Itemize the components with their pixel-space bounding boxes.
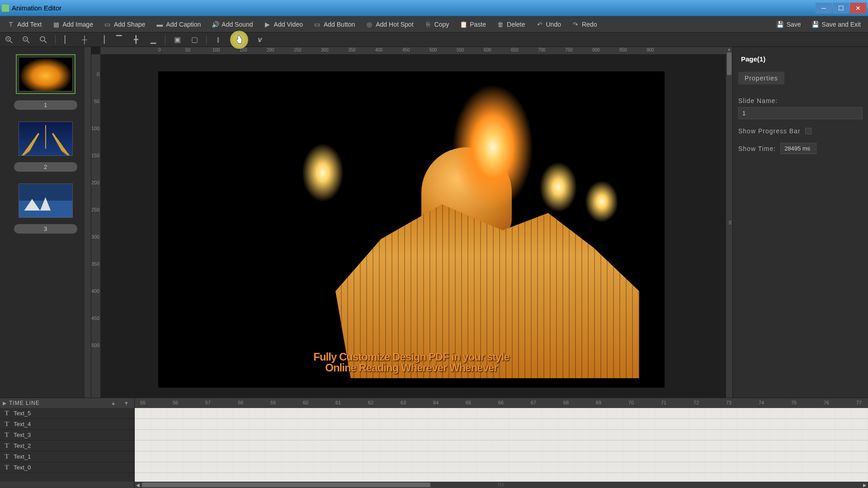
ruler-h-tick: 100 — [212, 47, 220, 52]
timeline-scroll-right[interactable]: ▶ — [862, 482, 868, 488]
timeline-tick: 58 — [238, 400, 243, 405]
panel-resize-handle[interactable] — [728, 216, 732, 229]
slide-item-1[interactable]: 1 — [0, 47, 91, 114]
track-name: Text_5 — [14, 410, 31, 417]
vimeo-button[interactable]: v — [255, 34, 265, 45]
timeline-tick: 62 — [368, 400, 373, 405]
timeline-down-button[interactable]: ▼ — [121, 400, 132, 406]
ruler-h-tick: 650 — [511, 47, 519, 52]
horizontal-ruler: 0501001502002503003504004505005506006507… — [100, 47, 726, 54]
align-bottom-button[interactable]: ▁ — [148, 34, 159, 45]
align-left-button[interactable]: ▏ — [62, 34, 73, 45]
add-button-button[interactable]: ▭Add Button — [309, 19, 359, 30]
track-label[interactable]: TText_1 — [0, 451, 134, 462]
slide-name-input[interactable] — [738, 107, 863, 119]
timeline-tick: 74 — [759, 400, 764, 405]
copy-button[interactable]: ⎘Copy — [420, 19, 454, 30]
redo-label: Redo — [582, 21, 597, 28]
timeline-scroll-left[interactable]: ◀ — [135, 482, 141, 488]
timeline-tick: 67 — [531, 400, 536, 405]
timeline-tracks[interactable] — [135, 408, 868, 482]
slide-panel-scrollbar[interactable] — [85, 47, 91, 398]
caption-icon: ▬ — [156, 21, 163, 28]
add-video-button[interactable]: ▶Add Video — [259, 19, 307, 30]
timeline-tick: 65 — [466, 400, 471, 405]
add-text-button[interactable]: TAdd Text — [3, 19, 46, 30]
ruler-v-tick: 450 — [91, 315, 99, 321]
highlighted-tool-button[interactable] — [230, 31, 248, 49]
show-time-value[interactable]: 28495 ms — [780, 143, 816, 154]
canvas-viewport[interactable]: Fully Customize Design PDF in your style… — [100, 54, 726, 398]
distribute-h-button[interactable]: ⫿ — [213, 34, 224, 45]
ruler-h-tick: 350 — [348, 47, 356, 52]
add-shape-button[interactable]: ▭Add Shape — [99, 19, 150, 30]
slide-item-3[interactable]: 3 — [0, 176, 91, 238]
timeline-track-row[interactable] — [135, 451, 868, 462]
add-image-button[interactable]: ▦Add Image — [48, 19, 98, 30]
send-backward-button[interactable]: ▢ — [189, 34, 200, 45]
bring-forward-button[interactable]: ▣ — [172, 34, 183, 45]
minimize-button[interactable]: ─ — [816, 3, 832, 14]
titlebar: Animation Editor ─ ☐ ✕ — [0, 0, 868, 16]
zoom-out-button[interactable] — [21, 34, 32, 45]
text-track-icon: T — [5, 464, 9, 471]
show-progress-checkbox[interactable] — [805, 128, 811, 134]
ruler-h-tick: 0 — [158, 47, 161, 52]
track-label[interactable]: TText_4 — [0, 419, 134, 430]
undo-icon: ↶ — [536, 21, 543, 28]
timeline-tick: 72 — [693, 400, 699, 405]
slide-name-label: Slide Name: — [738, 97, 863, 104]
close-button[interactable]: ✕ — [850, 3, 866, 14]
align-center-v-button[interactable]: ╋ — [131, 34, 142, 45]
timeline-track-row[interactable] — [135, 430, 868, 441]
slide-item-2[interactable]: 2 — [0, 114, 91, 176]
timeline-tick: 77 — [856, 400, 862, 405]
align-top-button[interactable]: ▔ — [113, 34, 124, 45]
slide-number: 1 — [14, 100, 77, 110]
delete-button[interactable]: 🗑Delete — [492, 19, 529, 30]
zoom-fit-icon — [40, 36, 47, 43]
maximize-button[interactable]: ☐ — [833, 3, 849, 14]
track-label[interactable]: TText_2 — [0, 441, 134, 451]
add-hotspot-button[interactable]: ◎Add Hot Spot — [361, 19, 418, 30]
add-caption-button[interactable]: ▬Add Caption — [151, 19, 205, 30]
slide-panel: 1 2 3 — [0, 47, 91, 398]
properties-tab[interactable]: Properties — [738, 72, 784, 84]
timeline-track-row[interactable] — [135, 419, 868, 430]
track-name: Text_2 — [14, 442, 31, 449]
timeline-horizontal-scrollbar[interactable]: ||| — [141, 482, 862, 488]
align-center-h-button[interactable]: ┼ — [79, 34, 90, 45]
ruler-v-tick: 150 — [91, 153, 99, 158]
track-name: Text_4 — [14, 421, 31, 427]
ruler-v-tick: 400 — [91, 288, 99, 294]
timeline-grip[interactable]: ||| — [498, 482, 504, 487]
paste-button[interactable]: 📋Paste — [455, 19, 491, 30]
zoom-fit-button[interactable] — [38, 34, 49, 45]
timeline-up-button[interactable]: ▲ — [108, 400, 118, 406]
text-track-icon: T — [5, 409, 9, 417]
svg-line-5 — [27, 41, 29, 43]
timeline-expand-toggle[interactable]: ▶ — [3, 400, 6, 406]
timeline-track-labels: TText_5TText_4TText_3TText_2TText_1TText… — [0, 408, 135, 482]
slide-number: 2 — [14, 162, 77, 172]
redo-button[interactable]: ↷Redo — [567, 19, 601, 30]
text-overlay[interactable]: Fully Customize Design PDF in your style… — [313, 351, 509, 374]
track-label[interactable]: TText_3 — [0, 430, 134, 441]
align-right-button[interactable]: ▕ — [96, 34, 107, 45]
zoom-in-button[interactable] — [4, 34, 14, 45]
ruler-h-tick: 550 — [457, 47, 464, 52]
timeline-track-row[interactable] — [135, 441, 868, 451]
add-sound-button[interactable]: 🔊Add Sound — [207, 19, 257, 30]
canvas-content[interactable]: Fully Customize Design PDF in your style… — [158, 71, 665, 388]
save-button[interactable]: 💾Save — [772, 19, 806, 30]
timeline-track-row[interactable] — [135, 408, 868, 419]
undo-button[interactable]: ↶Undo — [532, 19, 566, 30]
overlay-line-2: Online Reading Wherever Whenever — [313, 361, 509, 374]
timeline-tick: 71 — [661, 400, 666, 405]
vertical-ruler: 050100150200250300350400450500 — [91, 54, 100, 398]
track-label[interactable]: TText_0 — [0, 462, 134, 473]
timeline-track-row[interactable] — [135, 462, 868, 473]
track-label[interactable]: TText_5 — [0, 408, 134, 419]
save-exit-button[interactable]: 💾Save and Exit — [807, 19, 865, 30]
ruler-h-tick: 700 — [538, 47, 546, 52]
